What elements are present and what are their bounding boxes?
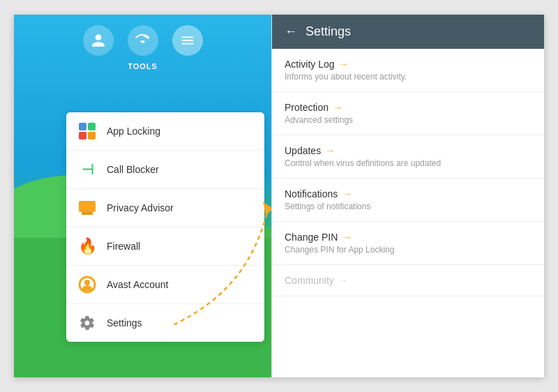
phone-panel: TOOLS App Locking ⊣ Call Block — [14, 15, 272, 377]
person-nav-icon[interactable] — [83, 25, 114, 56]
menu-item-app-locking[interactable]: App Locking — [66, 112, 264, 151]
menu-list: App Locking ⊣ Call Blocker Privacy Advis… — [66, 112, 264, 342]
settings-item-protection-title: Protection → — [285, 102, 531, 113]
menu-item-privacy-advisor-label: Privacy Advisor — [107, 202, 174, 213]
menu-item-settings-label: Settings — [107, 317, 142, 329]
settings-title: Settings — [306, 24, 351, 39]
settings-item-updates[interactable]: Updates → Control when virus definitions… — [272, 135, 544, 179]
settings-panel: ← Settings Activity Log → Informs you ab… — [272, 15, 544, 377]
top-nav — [83, 25, 203, 56]
settings-item-change-pin-title: Change PIN → — [285, 232, 531, 243]
settings-item-updates-title: Updates → — [285, 145, 531, 156]
settings-list: Activity Log → Informs you about recent … — [272, 49, 544, 377]
settings-item-protection[interactable]: Protection → Advanced settings — [272, 92, 544, 135]
tools-label: TOOLS — [128, 62, 158, 70]
back-button[interactable]: ← — [285, 24, 297, 39]
menu-item-settings[interactable]: Settings — [66, 304, 264, 342]
svg-rect-0 — [79, 201, 96, 212]
call-blocker-icon: ⊣ — [77, 160, 97, 179]
menu-nav-icon[interactable] — [172, 25, 203, 56]
settings-item-notifications-title: Notifications → — [285, 188, 531, 199]
settings-item-notifications-subtitle: Settings of notifications — [285, 202, 531, 211]
settings-item-community-title: Community → — [285, 275, 531, 286]
outer-wrapper: TOOLS App Locking ⊣ Call Block — [14, 15, 544, 377]
avast-account-icon — [77, 275, 97, 294]
menu-item-avast-account[interactable]: Avast Account — [66, 266, 264, 304]
menu-item-call-blocker-label: Call Blocker — [107, 164, 159, 175]
menu-item-call-blocker[interactable]: ⊣ Call Blocker — [66, 151, 264, 189]
settings-item-activity-log[interactable]: Activity Log → Informs you about recent … — [272, 49, 544, 92]
settings-item-activity-log-title: Activity Log → — [285, 59, 531, 70]
app-locking-icon — [77, 121, 97, 141]
settings-item-updates-subtitle: Control when virus definitions are updat… — [285, 158, 531, 168]
settings-icon — [77, 313, 97, 333]
svg-rect-1 — [82, 212, 93, 215]
menu-item-app-locking-label: App Locking — [107, 126, 160, 137]
settings-item-notifications[interactable]: Notifications → Settings of notification… — [272, 179, 544, 222]
svg-point-3 — [84, 280, 90, 285]
menu-item-firewall[interactable]: 🔥 Firewall — [66, 227, 264, 266]
menu-item-privacy-advisor[interactable]: Privacy Advisor — [66, 189, 264, 227]
settings-header: ← Settings — [272, 15, 544, 49]
settings-item-community[interactable]: Community → — [272, 265, 544, 296]
wifi-nav-icon[interactable] — [128, 25, 158, 56]
settings-item-protection-subtitle: Advanced settings — [285, 115, 531, 125]
settings-item-change-pin[interactable]: Change PIN → Changes PIN for App Locking — [272, 222, 544, 265]
firewall-icon: 🔥 — [77, 236, 97, 256]
menu-item-firewall-label: Firewall — [107, 241, 140, 252]
settings-item-activity-log-subtitle: Informs you about recent activity. — [285, 72, 531, 82]
menu-item-avast-account-label: Avast Account — [107, 279, 168, 290]
privacy-advisor-icon — [77, 198, 97, 218]
settings-item-change-pin-subtitle: Changes PIN for App Locking — [285, 245, 531, 255]
